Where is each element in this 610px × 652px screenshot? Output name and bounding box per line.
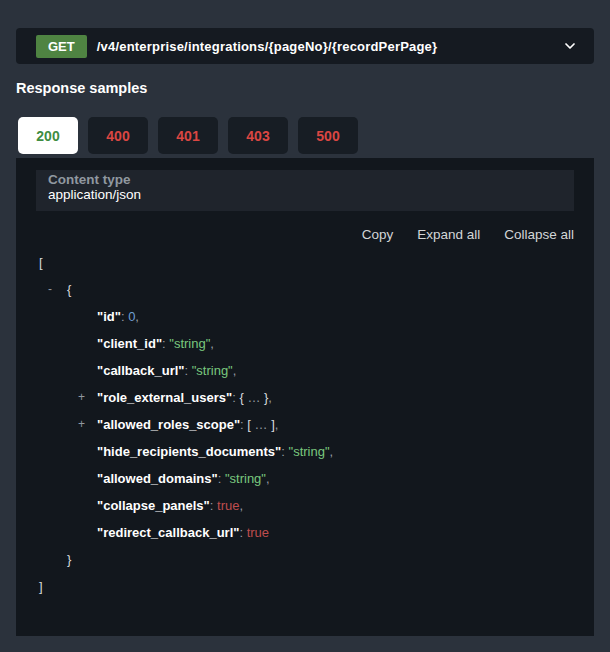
json-string-value: "string" (225, 471, 266, 486)
json-punctuation: : (184, 363, 191, 378)
json-punctuation: : (210, 498, 217, 513)
json-line: "hide_recipients_documents": "string", (39, 438, 594, 465)
json-boolean-value: true (217, 498, 239, 513)
json-key: "callback_url" (97, 363, 184, 378)
json-punctuation: , (233, 363, 237, 378)
json-key: "redirect_callback_url" (97, 525, 239, 540)
sample-actions: CopyExpand allCollapse all (36, 227, 574, 242)
json-punctuation: , (239, 498, 243, 513)
json-bracket: } (67, 552, 71, 567)
json-line: "callback_url": "string", (39, 357, 594, 384)
json-punctuation: … (251, 417, 271, 432)
json-key: "allowed_domains" (97, 471, 218, 486)
json-punctuation: … (244, 390, 264, 405)
response-samples-title: Response samples (16, 80, 147, 96)
expand-all-button[interactable]: Expand all (417, 227, 480, 242)
json-boolean-value: true (247, 525, 269, 540)
json-bracket: { (67, 282, 71, 297)
json-punctuation: , (330, 444, 334, 459)
json-line: "redirect_callback_url": true (39, 519, 594, 546)
json-key: "allowed_roles_scope" (97, 417, 240, 432)
json-line: "client_id": "string", (39, 330, 594, 357)
expand-node-toggle[interactable]: + (78, 411, 85, 438)
json-punctuation: , (135, 309, 139, 324)
json-string-value: "string" (192, 363, 233, 378)
content-type-value: application/json (48, 187, 141, 202)
tab-status-400[interactable]: 400 (88, 117, 148, 154)
json-punctuation: , (268, 390, 272, 405)
json-line: "collapse_panels": true, (39, 492, 594, 519)
json-line: [ (39, 249, 594, 276)
json-punctuation: : (218, 471, 225, 486)
status-code-tabs: 200400401403500 (18, 117, 358, 154)
tab-status-200[interactable]: 200 (18, 117, 78, 154)
copy-button[interactable]: Copy (362, 227, 394, 242)
json-line: } (39, 546, 594, 573)
json-key: "hide_recipients_documents" (97, 444, 281, 459)
json-string-value: "string" (289, 444, 330, 459)
json-line: "allowed_domains": "string", (39, 465, 594, 492)
json-key: "client_id" (97, 336, 162, 351)
json-line: "id": 0, (39, 303, 594, 330)
json-line: +"allowed_roles_scope": [ … ], (39, 411, 594, 438)
json-sample: [-{"id": 0,"client_id": "string","callba… (16, 249, 594, 600)
json-bracket: ] (39, 579, 43, 594)
json-punctuation: , (266, 471, 270, 486)
json-punctuation: : (281, 444, 288, 459)
collapse-node-toggle[interactable]: - (48, 276, 52, 303)
content-type-label: Content type (48, 172, 131, 187)
json-line: -{ (39, 276, 594, 303)
response-sample-panel: Content type application/json CopyExpand… (16, 158, 594, 636)
api-docs-page: GET /v4/enterprise/integrations/{pageNo}… (0, 0, 610, 652)
json-bracket: [ (39, 255, 43, 270)
tab-status-403[interactable]: 403 (228, 117, 288, 154)
collapse-all-button[interactable]: Collapse all (504, 227, 574, 242)
json-key: "role_external_users" (97, 390, 232, 405)
json-string-value: "string" (169, 336, 210, 351)
json-line: +"role_external_users": { … }, (39, 384, 594, 411)
json-punctuation: , (210, 336, 214, 351)
json-line: ] (39, 573, 594, 600)
json-punctuation: : (239, 525, 246, 540)
tab-status-500[interactable]: 500 (298, 117, 358, 154)
chevron-down-icon[interactable] (562, 38, 578, 54)
content-type-control: Content type application/json (36, 170, 574, 211)
expand-node-toggle[interactable]: + (78, 384, 85, 411)
json-punctuation: , (275, 417, 279, 432)
endpoint-path: /v4/enterprise/integrations/{pageNo}/{re… (97, 39, 438, 54)
tab-status-401[interactable]: 401 (158, 117, 218, 154)
endpoint-bar[interactable]: GET /v4/enterprise/integrations/{pageNo}… (16, 28, 594, 64)
http-method-badge: GET (36, 35, 87, 58)
json-key: "collapse_panels" (97, 498, 210, 513)
json-key: "id" (97, 309, 121, 324)
